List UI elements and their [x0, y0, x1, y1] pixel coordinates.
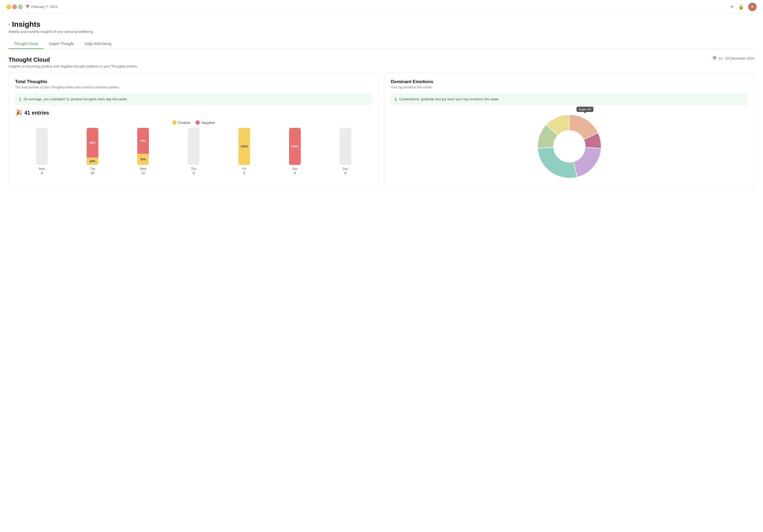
legend-positive: Positive: [172, 121, 190, 125]
bar-negative-segment: 100%: [289, 128, 301, 165]
page-content: ‹ Insights Weekly and monthly insights o…: [0, 14, 763, 196]
dominant-emotions-card: Dominant Emotions Your top emotions this…: [384, 72, 754, 190]
bar-count-label: 12: [141, 171, 145, 175]
entries-count: 41 entries: [24, 110, 49, 116]
entries-emoji: 🎉: [15, 109, 22, 116]
bar-column-fri: 100%Fri5: [219, 128, 269, 175]
bar-empty: [188, 128, 199, 165]
dominant-emotions-title: Dominant Emotions: [391, 79, 748, 84]
bar-positive-segment: 30%: [137, 154, 149, 165]
bar-negative-segment: 80%: [87, 128, 98, 157]
donut-segment-joy: [573, 147, 601, 177]
back-row: ‹ Insights: [9, 20, 754, 29]
dominant-emotions-info-box: ℹ Contentment, gratitude and joy were yo…: [391, 93, 748, 105]
logo-circle-yellow: [6, 5, 11, 9]
logo-circle-red: [12, 5, 17, 9]
bar-empty: [36, 128, 48, 165]
dominant-emotions-subtitle: Your top emotions this month.: [391, 85, 748, 89]
bar-column-wed: 70%30%Wed12: [118, 128, 168, 175]
calendar-icon: 📅: [26, 5, 30, 9]
bar-day-label: Wed: [140, 167, 146, 171]
total-thoughts-info-text: On average, you submitted 31 positive th…: [24, 97, 127, 102]
bar-positive-segment: 20%: [87, 157, 98, 165]
donut-chart: [532, 109, 606, 183]
bar-chart: Mon080%20%Tue2470%30%Wed12Thu0100%Fri510…: [15, 128, 372, 175]
bar-count-label: 24: [91, 171, 94, 175]
topbar-right: ✈ 🔒 A: [730, 3, 757, 11]
legend-negative-label: Negative: [201, 121, 215, 125]
bar-stack: 100%: [289, 128, 301, 165]
bar-day-label: Thu: [191, 167, 197, 171]
date-range: 📅 12 - 18 December 2024: [712, 56, 754, 60]
chart-legend: Positive Negative: [15, 121, 372, 125]
section-subtitle: Insights on recurring positive and negat…: [9, 64, 138, 68]
topbar-left: 📅 February 7, 2024: [6, 5, 57, 9]
bar-count-label: 3: [294, 171, 296, 175]
donut-segment-gratitude: [538, 147, 577, 178]
date-area: 📅 February 7, 2024: [26, 5, 57, 9]
donut-tooltip: Anger 4%: [577, 107, 594, 112]
dominant-emotions-info-text: Contentment, gratitude and joy were your…: [399, 97, 499, 102]
bar-day-label: Fri: [242, 167, 246, 171]
lock-icon-button[interactable]: 🔒: [738, 4, 744, 10]
legend-negative-dot: [195, 121, 200, 125]
section-header: Thought Cloud Insights on recurring posi…: [9, 56, 754, 68]
total-thoughts-card: Total Thoughts The total number of your …: [9, 72, 379, 190]
dominant-info-icon: ℹ: [395, 97, 396, 102]
bar-negative-segment: 70%: [137, 128, 149, 154]
tab-daily-wellbeing[interactable]: Daily Well-being: [79, 39, 117, 49]
donut-container: Anger 4%: [391, 109, 748, 183]
info-icon: ℹ: [19, 97, 21, 102]
current-date: February 7, 2024: [31, 5, 57, 9]
bar-positive-segment: 100%: [239, 128, 250, 165]
total-thoughts-title: Total Thoughts: [15, 79, 372, 84]
bar-count-label: 5: [244, 171, 245, 175]
tabs: Thought Cloud Saged Thought Daily Well-b…: [9, 39, 754, 49]
bar-day-label: Tue: [90, 167, 95, 171]
total-thoughts-subtitle: The total number of your Thoughts entrie…: [15, 85, 372, 89]
legend-positive-label: Positive: [178, 121, 190, 125]
legend-negative: Negative: [195, 121, 215, 125]
tab-saged-thought[interactable]: Saged Thought: [44, 39, 79, 49]
plane-icon-button[interactable]: ✈: [730, 4, 734, 10]
bar-stack: 100%: [239, 128, 250, 165]
bar-stack: 80%20%: [87, 128, 98, 165]
bar-day-label: Mon: [39, 167, 45, 171]
bar-empty: [340, 128, 351, 165]
bar-count-label: 0: [41, 171, 43, 175]
bar-column-thu: Thu0: [169, 128, 219, 175]
back-button[interactable]: ‹: [9, 22, 10, 27]
legend-positive-dot: [172, 121, 177, 125]
bar-column-sat: 100%Sat3: [270, 128, 319, 175]
page-title: Insights: [12, 20, 40, 29]
tab-thought-cloud[interactable]: Thought Cloud: [9, 39, 44, 49]
bar-count-label: 0: [344, 171, 346, 175]
bar-day-label: Sun: [343, 167, 348, 171]
bar-stack: 70%30%: [137, 128, 149, 165]
bar-column-tue: 80%20%Tue24: [68, 128, 117, 175]
section-title: Thought Cloud: [9, 56, 138, 63]
bar-day-label: Sat: [292, 167, 297, 171]
logo: [6, 5, 23, 9]
bar-count-label: 0: [193, 171, 195, 175]
topbar: 📅 February 7, 2024 ✈ 🔒 A: [0, 0, 763, 14]
date-range-text: 12 - 18 December 2024: [718, 56, 754, 60]
avatar[interactable]: A: [748, 3, 757, 11]
total-thoughts-info-box: ℹ On average, you submitted 31 positive …: [15, 93, 372, 105]
entries-row: 🎉 41 entries: [15, 109, 372, 116]
date-range-cal-icon: 📅: [712, 56, 716, 60]
logo-circle-green: [18, 5, 23, 9]
bar-column-sun: Sun0: [321, 128, 370, 175]
page-subtitle: Weekly and monthly insights of your pers…: [9, 30, 754, 34]
bar-column-mon: Mon0: [17, 128, 67, 175]
cards-grid: Total Thoughts The total number of your …: [9, 72, 754, 190]
